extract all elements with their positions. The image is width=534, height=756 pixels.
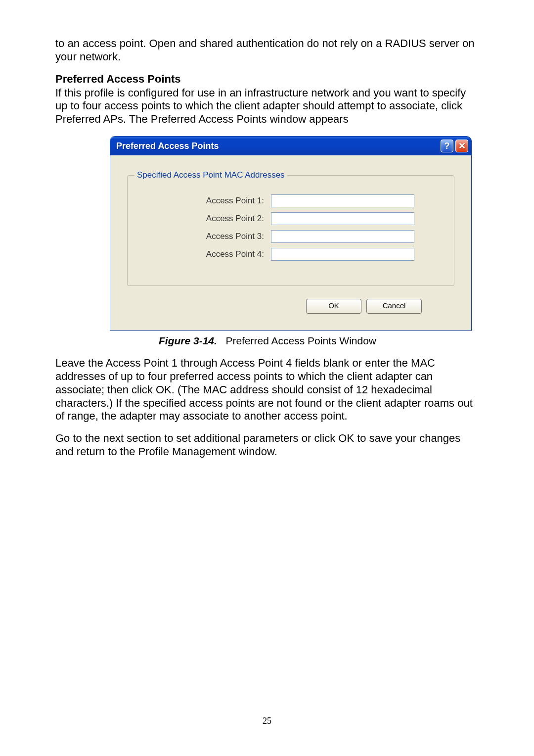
ap1-input[interactable] [271, 194, 414, 207]
close-button[interactable]: ✕ [455, 140, 468, 152]
close-icon: ✕ [458, 141, 466, 151]
figure-caption-text: Preferred Access Points Window [225, 335, 376, 346]
figure-label: Figure 3-14. [159, 335, 217, 346]
groupbox-legend: Specified Access Point MAC Addresses [134, 170, 287, 180]
preferred-access-points-dialog: Preferred Access Points ? ✕ Specified Ac… [110, 136, 472, 331]
page-number: 25 [0, 716, 534, 726]
dialog-titlebar: Preferred Access Points ? ✕ [110, 137, 471, 155]
field-row-ap2: Access Point 2: [150, 212, 431, 225]
paragraph-after-1: Leave the Access Point 1 through Access … [55, 357, 480, 423]
section-heading: Preferred Access Points [55, 73, 480, 86]
field-row-ap3: Access Point 3: [150, 230, 431, 243]
help-button[interactable]: ? [441, 140, 453, 152]
ap2-label: Access Point 2: [150, 214, 271, 224]
cancel-button[interactable]: Cancel [366, 299, 422, 314]
ap3-input[interactable] [271, 230, 414, 243]
field-row-ap4: Access Point 4: [150, 248, 431, 261]
ap2-input[interactable] [271, 212, 414, 225]
dialog-title: Preferred Access Points [116, 141, 219, 151]
ap1-label: Access Point 1: [150, 196, 271, 206]
ap4-input[interactable] [271, 248, 414, 261]
field-row-ap1: Access Point 1: [150, 194, 431, 207]
ap3-label: Access Point 3: [150, 232, 271, 241]
mac-addresses-groupbox: Specified Access Point MAC Addresses Acc… [127, 175, 454, 286]
paragraph-after-2: Go to the next section to set additional… [55, 432, 480, 459]
help-icon: ? [445, 141, 450, 151]
figure-caption: Figure 3-14. Preferred Access Points Win… [55, 335, 480, 347]
paragraph-intro: If this profile is configured for use in… [55, 87, 480, 126]
ok-button[interactable]: OK [306, 299, 361, 314]
ap4-label: Access Point 4: [150, 249, 271, 259]
paragraph-top: to an access point. Open and shared auth… [55, 37, 480, 64]
